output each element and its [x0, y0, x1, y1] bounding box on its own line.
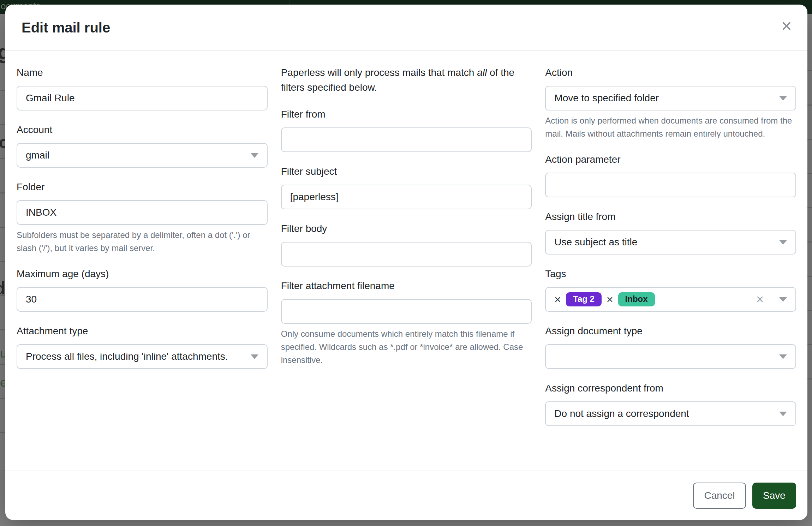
column-actions: Action Move to specified folder Action i… [545, 65, 796, 438]
filter-body-input[interactable] [281, 242, 532, 267]
dialog-footer: Cancel Save [5, 471, 807, 520]
chevron-down-icon [251, 153, 258, 158]
filter-subject-input[interactable] [281, 185, 532, 209]
field-filter-from: Filter from [281, 107, 532, 152]
remove-tag-icon[interactable]: × [554, 294, 561, 305]
chevron-down-icon [779, 412, 787, 416]
field-attachment-type: Attachment type Process all files, inclu… [17, 324, 268, 369]
action-parameter-label: Action parameter [545, 152, 796, 167]
folder-input[interactable] [17, 200, 268, 225]
assign-title-label: Assign title from [545, 209, 796, 224]
background-table-rows [0, 56, 5, 445]
tags-label: Tags [545, 267, 796, 281]
field-folder: Folder Subfolders must be separated by a… [17, 180, 268, 255]
field-max-age: Maximum age (days) [17, 267, 268, 312]
action-hint: Action is only performed when documents … [545, 114, 796, 140]
chevron-down-icon [779, 354, 787, 359]
chevron-down-icon [251, 354, 258, 359]
close-icon[interactable]: × [781, 18, 792, 34]
dialog-title: Edit mail rule [22, 17, 110, 38]
action-parameter-input[interactable] [545, 173, 796, 197]
name-input[interactable] [17, 86, 268, 110]
action-value: Move to specified folder [554, 92, 659, 104]
assign-correspondent-label: Assign correspondent from [545, 381, 796, 396]
attachment-type-select[interactable]: Process all files, including 'inline' at… [17, 344, 268, 369]
filter-attachment-input[interactable] [281, 299, 532, 324]
filter-from-input[interactable] [281, 127, 532, 152]
account-value: gmail [26, 150, 49, 161]
dialog-body: Name Account gmail Folder Subfolders mus… [5, 51, 807, 438]
assign-document-type-label: Assign document type [545, 324, 796, 339]
column-general: Name Account gmail Folder Subfolders mus… [17, 65, 268, 438]
chevron-down-icon [779, 297, 787, 302]
background-table-rows [807, 37, 812, 413]
filter-subject-label: Filter subject [281, 164, 532, 179]
chevron-down-icon [779, 240, 787, 245]
assign-document-type-select[interactable] [545, 344, 796, 369]
max-age-label: Maximum age (days) [17, 267, 268, 281]
assign-correspondent-value: Do not assign a correspondent [554, 408, 689, 419]
folder-label: Folder [17, 180, 268, 195]
folder-hint: Subfolders must be separated by a delimi… [17, 228, 268, 255]
action-select[interactable]: Move to specified folder [545, 86, 796, 110]
remove-tag-icon[interactable]: × [607, 294, 613, 305]
field-action-parameter: Action parameter [545, 152, 796, 197]
filters-intro-pre: Paperless will only process mails that m… [281, 67, 477, 78]
chevron-down-icon [779, 96, 787, 101]
field-account: Account gmail [17, 122, 268, 168]
field-action: Action Move to specified folder Action i… [545, 65, 796, 140]
field-filter-attachment: Filter attachment filename Only consume … [281, 279, 532, 367]
max-age-input[interactable] [17, 287, 268, 312]
cancel-button[interactable]: Cancel [693, 483, 746, 509]
assign-correspondent-select[interactable]: Do not assign a correspondent [545, 401, 796, 426]
clear-tags-icon[interactable]: × [756, 293, 764, 306]
attachment-type-label: Attachment type [17, 324, 268, 339]
save-button[interactable]: Save [752, 483, 796, 509]
name-label: Name [17, 65, 268, 80]
field-filter-subject: Filter subject [281, 164, 532, 209]
field-assign-title: Assign title from Use subject as title [545, 209, 796, 255]
tags-select[interactable]: × Tag 2 × Inbox × [545, 287, 796, 312]
field-tags: Tags × Tag 2 × Inbox × [545, 267, 796, 312]
filter-body-label: Filter body [281, 221, 532, 236]
filter-attachment-hint: Only consume documents which entirely ma… [281, 327, 532, 367]
filter-attachment-label: Filter attachment filename [281, 279, 532, 293]
tag-badge: Tag 2 [566, 292, 602, 306]
field-name: Name [17, 65, 268, 110]
filter-from-label: Filter from [281, 107, 532, 122]
filters-intro: Paperless will only process mails that m… [281, 65, 532, 95]
account-label: Account [17, 122, 268, 137]
edit-mail-rule-dialog: Edit mail rule × Name Account gmail Fold… [5, 5, 807, 520]
dialog-header: Edit mail rule × [5, 5, 807, 51]
field-assign-correspondent: Assign correspondent from Do not assign … [545, 381, 796, 426]
tag-badge: Inbox [618, 292, 655, 306]
field-filter-body: Filter body [281, 221, 532, 267]
attachment-type-value: Process all files, including 'inline' at… [26, 351, 228, 362]
account-select[interactable]: gmail [17, 143, 268, 168]
filters-intro-emphasis: all [477, 67, 487, 78]
column-filters: Paperless will only process mails that m… [281, 65, 532, 438]
field-assign-document-type: Assign document type [545, 324, 796, 369]
action-label: Action [545, 65, 796, 80]
assign-title-select[interactable]: Use subject as title [545, 230, 796, 255]
assign-title-value: Use subject as title [554, 237, 637, 248]
